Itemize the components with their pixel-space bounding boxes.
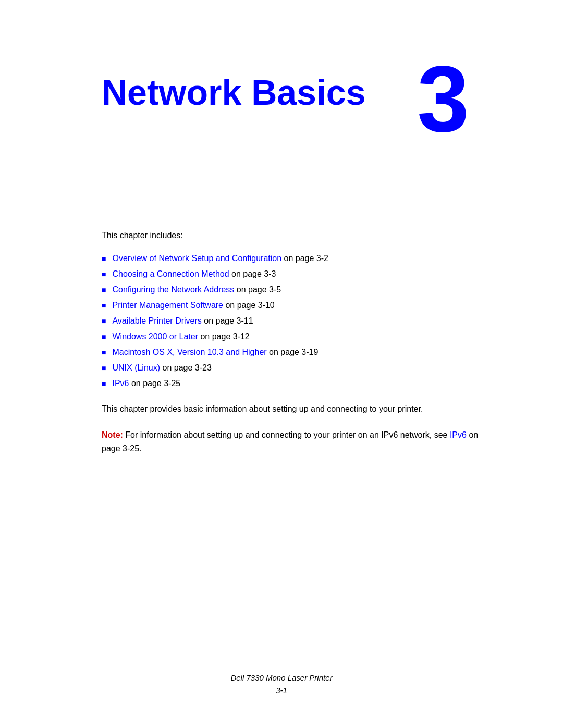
toc-item-text: Choosing a Connection Method on page 3-3 xyxy=(112,268,276,280)
toc-page-6: on page 3-12 xyxy=(198,332,250,341)
toc-page-4: on page 3-10 xyxy=(223,301,275,310)
list-item: ■ IPv6 on page 3-25 xyxy=(102,377,480,390)
toc-page-9: on page 3-25 xyxy=(129,379,180,388)
toc-link-4[interactable]: Printer Management Software xyxy=(112,301,223,310)
toc-item-text: IPv6 on page 3-25 xyxy=(112,377,180,390)
list-item: ■ Macintosh OS X, Version 10.3 and Highe… xyxy=(102,346,480,359)
toc-item-text: Overview of Network Setup and Configurat… xyxy=(112,252,328,265)
toc-link-1[interactable]: Overview of Network Setup and Configurat… xyxy=(112,254,282,263)
note-label: Note: xyxy=(102,430,123,439)
list-item: ■ UNIX (Linux) on page 3-23 xyxy=(102,362,480,374)
list-item: ■ Configuring the Network Address on pag… xyxy=(102,283,480,296)
footer-line1: Dell 7330 Mono Laser Printer xyxy=(0,672,563,684)
toc-link-3[interactable]: Configuring the Network Address xyxy=(112,285,234,294)
toc-page-3: on page 3-5 xyxy=(234,285,281,294)
toc-link-8[interactable]: UNIX (Linux) xyxy=(112,363,160,372)
toc-page-7: on page 3-19 xyxy=(267,348,319,356)
toc-link-6[interactable]: Windows 2000 or Later xyxy=(112,332,198,341)
chapter-title: Network Basics xyxy=(102,73,365,112)
intro-text: This chapter includes: xyxy=(102,229,480,242)
toc-page-8: on page 3-23 xyxy=(160,363,212,372)
summary-text: This chapter provides basic information … xyxy=(102,403,480,415)
toc-item-text: Configuring the Network Address on page … xyxy=(112,283,281,296)
toc-item-text: Windows 2000 or Later on page 3-12 xyxy=(112,330,249,343)
list-item: ■ Windows 2000 or Later on page 3-12 xyxy=(102,330,480,343)
bullet-icon: ■ xyxy=(102,285,106,295)
bullet-icon: ■ xyxy=(102,378,106,389)
toc-page-1: on page 3-2 xyxy=(282,254,328,263)
toc-item-text: UNIX (Linux) on page 3-23 xyxy=(112,362,211,374)
note-ipv6-link[interactable]: IPv6 xyxy=(450,430,467,439)
page: Network Basics 3 This chapter includes: … xyxy=(0,0,563,728)
list-item: ■ Available Printer Drivers on page 3-11 xyxy=(102,315,480,327)
bullet-icon: ■ xyxy=(102,363,106,374)
bullet-icon: ■ xyxy=(102,316,106,327)
list-item: ■ Choosing a Connection Method on page 3… xyxy=(102,268,480,280)
toc-item-text: Printer Management Software on page 3-10 xyxy=(112,299,274,312)
toc-link-9[interactable]: IPv6 xyxy=(112,379,129,388)
list-item: ■ Overview of Network Setup and Configur… xyxy=(102,252,480,265)
list-item: ■ Printer Management Software on page 3-… xyxy=(102,299,480,312)
note-section: Note: For information about setting up a… xyxy=(102,428,480,455)
bullet-icon: ■ xyxy=(102,269,106,280)
footer-line2: 3-1 xyxy=(0,684,563,697)
toc-page-2: on page 3-3 xyxy=(229,269,276,278)
toc-item-text: Available Printer Drivers on page 3-11 xyxy=(112,315,253,327)
footer: Dell 7330 Mono Laser Printer 3-1 xyxy=(0,672,563,697)
toc-item-text: Macintosh OS X, Version 10.3 and Higher … xyxy=(112,346,318,359)
toc-page-5: on page 3-11 xyxy=(202,316,253,325)
header-section: Network Basics 3 xyxy=(102,42,480,146)
note-text: For information about setting up and con… xyxy=(123,430,450,439)
bullet-icon: ■ xyxy=(102,347,106,358)
toc-link-5[interactable]: Available Printer Drivers xyxy=(112,316,201,325)
chapter-number: 3 xyxy=(417,52,469,146)
bullet-icon: ■ xyxy=(102,331,106,342)
toc-list: ■ Overview of Network Setup and Configur… xyxy=(102,252,480,390)
toc-link-7[interactable]: Macintosh OS X, Version 10.3 and Higher xyxy=(112,348,266,356)
toc-link-2[interactable]: Choosing a Connection Method xyxy=(112,269,229,278)
bullet-icon: ■ xyxy=(102,253,106,264)
bullet-icon: ■ xyxy=(102,300,106,311)
